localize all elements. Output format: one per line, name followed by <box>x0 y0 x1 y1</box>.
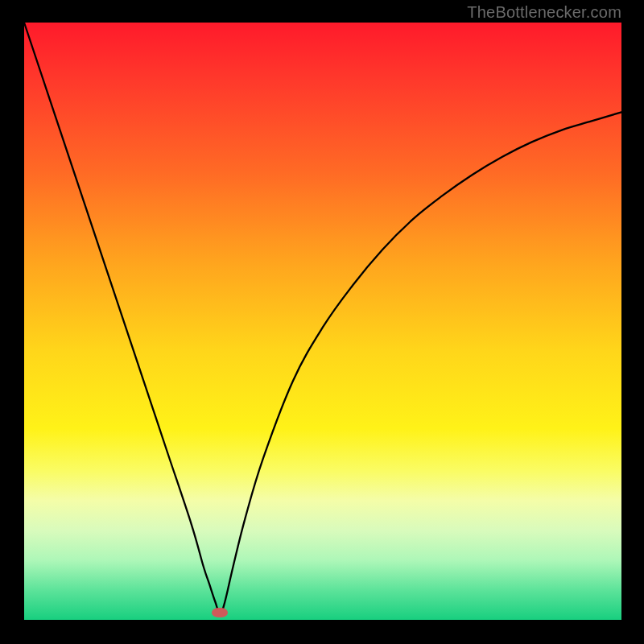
chart-frame: TheBottlenecker.com <box>0 0 644 644</box>
optimal-point-marker <box>212 608 228 617</box>
curve-path <box>24 23 621 614</box>
watermark-text: TheBottlenecker.com <box>467 3 621 22</box>
bottleneck-curve <box>0 0 644 644</box>
